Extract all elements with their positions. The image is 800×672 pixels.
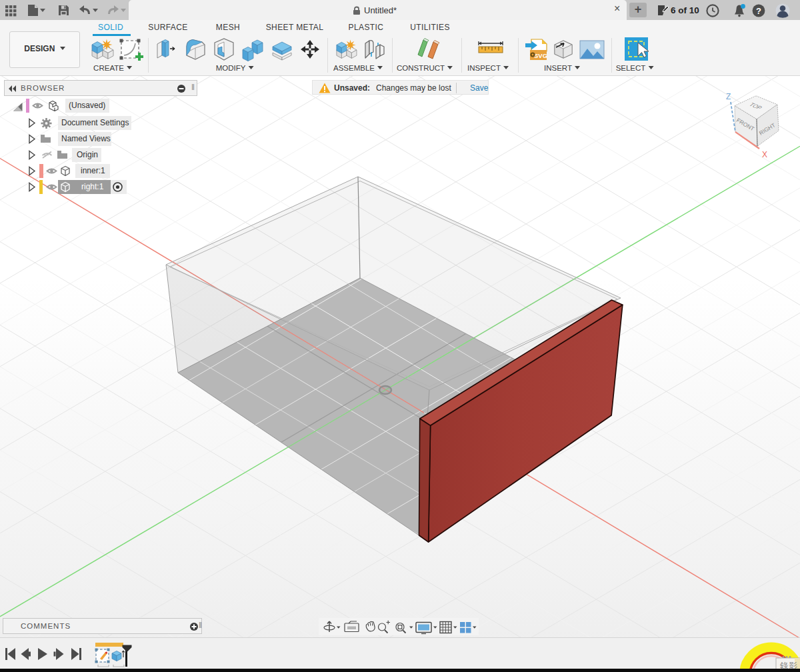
svg-text:Z: Z	[726, 92, 731, 101]
svg-text:?: ?	[756, 6, 761, 16]
svg-text:X: X	[762, 150, 767, 159]
svg-text:SVG: SVG	[534, 52, 547, 59]
